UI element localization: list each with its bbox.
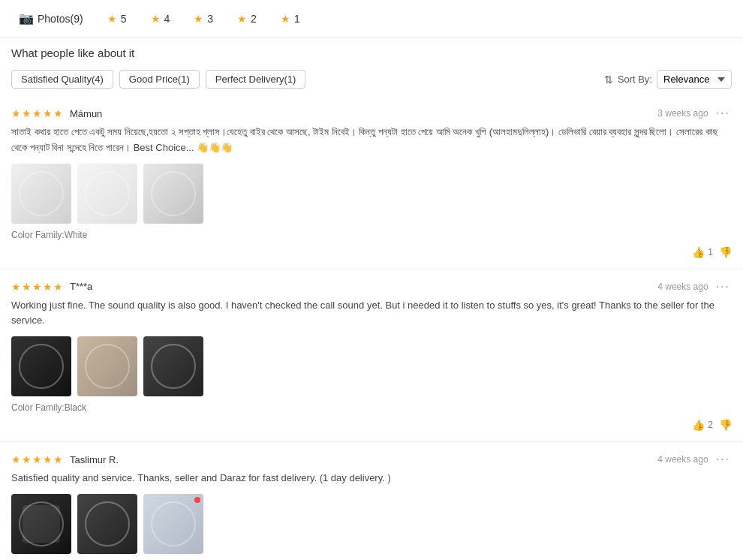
- tags-bar: Satisfied Quality(4) Good Price(1) Perfe…: [0, 65, 743, 96]
- dots-menu-2[interactable]: ···: [714, 280, 732, 294]
- dislike-btn-2[interactable]: 👎: [719, 419, 732, 431]
- thumbs-down-icon-2: 👎: [719, 419, 732, 431]
- photos-filter-btn[interactable]: 📷 Photos(9): [11, 8, 91, 29]
- review-text-3: Satisfied quality and service. Thanks, s…: [11, 471, 732, 486]
- dislike-btn-1[interactable]: 👎: [719, 246, 732, 258]
- star2-icon: ★: [237, 13, 247, 25]
- review-img-1-3[interactable]: [143, 164, 203, 224]
- review-header-1: ★★★★★ Mámun 3 weeks ago ···: [11, 107, 732, 120]
- review-footer-1: 👍 1 👎: [11, 246, 732, 258]
- star4-icon: ★: [151, 13, 161, 25]
- tag-perfect-delivery[interactable]: Perfect Delivery(1): [206, 70, 306, 89]
- review-card-1: ★★★★★ Mámun 3 weeks ago ··· সাতাই কথায় …: [0, 96, 743, 269]
- section-header: What people like about it: [0, 38, 743, 65]
- star4-label: 4: [164, 13, 170, 25]
- review-header-3: ★★★★★ Taslimur R. 4 weeks ago ···: [11, 453, 732, 466]
- top-filter-bar: 📷 Photos(9) ★ 5 ★ 4 ★ 3 ★ 2 ★ 1: [0, 0, 743, 38]
- star4-filter-btn[interactable]: ★ 4: [143, 9, 178, 29]
- like-btn-2[interactable]: 👍 2: [692, 419, 713, 431]
- star5-label: 5: [121, 13, 127, 25]
- time-ago-2: 4 weeks ago: [657, 282, 708, 292]
- review-footer-2: 👍 2 👎: [11, 419, 732, 431]
- reviewer-name-3: Taslimur R.: [70, 454, 119, 465]
- review-img-2-3[interactable]: [143, 336, 203, 396]
- tag-good-price[interactable]: Good Price(1): [119, 70, 200, 89]
- review-meta-3: 4 weeks ago ···: [657, 453, 732, 466]
- like-count-2: 2: [708, 420, 713, 430]
- dots-menu-1[interactable]: ···: [714, 107, 732, 120]
- sort-area: ⇅ Sort By: Relevance: [604, 70, 732, 89]
- reviewer-info-1: ★★★★★ Mámun: [11, 107, 102, 119]
- star2-filter-btn[interactable]: ★ 2: [230, 9, 264, 29]
- photos-label: Photos(9): [38, 13, 83, 25]
- section-title: What people like about it: [11, 47, 134, 59]
- review-text-2: Working just fine. The sound quality is …: [11, 298, 732, 330]
- review-img-3-1[interactable]: [11, 494, 71, 554]
- dots-menu-3[interactable]: ···: [714, 453, 732, 466]
- thumbs-up-icon-2: 👍: [692, 419, 705, 431]
- sort-label: Sort By:: [618, 74, 652, 85]
- star1-filter-btn[interactable]: ★ 1: [273, 9, 308, 29]
- star5-icon: ★: [107, 13, 117, 25]
- reviewer-info-3: ★★★★★ Taslimur R.: [11, 453, 119, 465]
- like-count-1: 1: [708, 247, 713, 257]
- thumbs-down-icon-1: 👎: [719, 246, 732, 258]
- stars-2: ★★★★★: [11, 281, 64, 293]
- review-img-3-3[interactable]: [143, 494, 203, 554]
- tag-satisfied-quality[interactable]: Satisfied Quality(4): [11, 70, 113, 89]
- stars-1: ★★★★★: [11, 107, 64, 119]
- review-img-3-2[interactable]: [77, 494, 137, 554]
- review-img-1-1[interactable]: [11, 164, 71, 224]
- star3-filter-btn[interactable]: ★ 3: [186, 9, 221, 29]
- star1-label: 1: [294, 13, 300, 25]
- time-ago-3: 4 weeks ago: [657, 454, 708, 465]
- color-family-1: Color Family:White: [11, 230, 732, 240]
- thumbs-up-icon-1: 👍: [692, 246, 705, 258]
- review-img-2-2[interactable]: [77, 336, 137, 396]
- star3-icon: ★: [194, 13, 203, 25]
- review-card-3: ★★★★★ Taslimur R. 4 weeks ago ··· Satisf…: [0, 442, 743, 560]
- review-meta-2: 4 weeks ago ···: [657, 280, 732, 294]
- review-img-2-1[interactable]: [11, 336, 71, 396]
- review-meta-1: 3 weeks ago ···: [657, 107, 732, 120]
- camera-icon: 📷: [19, 11, 34, 26]
- star3-label: 3: [207, 13, 213, 25]
- star1-icon: ★: [281, 13, 290, 25]
- reviews-list: ★★★★★ Mámun 3 weeks ago ··· সাতাই কথায় …: [0, 96, 743, 560]
- review-card-2: ★★★★★ T***a 4 weeks ago ··· Working just…: [0, 269, 743, 443]
- reviewer-info-2: ★★★★★ T***a: [11, 281, 92, 293]
- star5-filter-btn[interactable]: ★ 5: [100, 9, 134, 29]
- review-images-1: [11, 164, 732, 224]
- like-btn-1[interactable]: 👍 1: [692, 246, 713, 258]
- color-family-2: Color Family:Black: [11, 402, 732, 413]
- review-header-2: ★★★★★ T***a 4 weeks ago ···: [11, 280, 732, 294]
- reviewer-name-1: Mámun: [70, 108, 102, 119]
- time-ago-1: 3 weeks ago: [657, 108, 708, 119]
- stars-3: ★★★★★: [11, 453, 64, 465]
- review-text-1: সাতাই কথায় হাতে পেতে একটু সময় নিয়েছে,…: [11, 125, 732, 156]
- review-images-2: [11, 336, 732, 396]
- review-images-3: [11, 494, 732, 554]
- sort-icon: ⇅: [604, 74, 613, 86]
- sort-select[interactable]: Relevance: [657, 70, 732, 89]
- reviewer-name-2: T***a: [70, 281, 92, 292]
- review-img-1-2[interactable]: [77, 164, 137, 224]
- star2-label: 2: [251, 13, 257, 25]
